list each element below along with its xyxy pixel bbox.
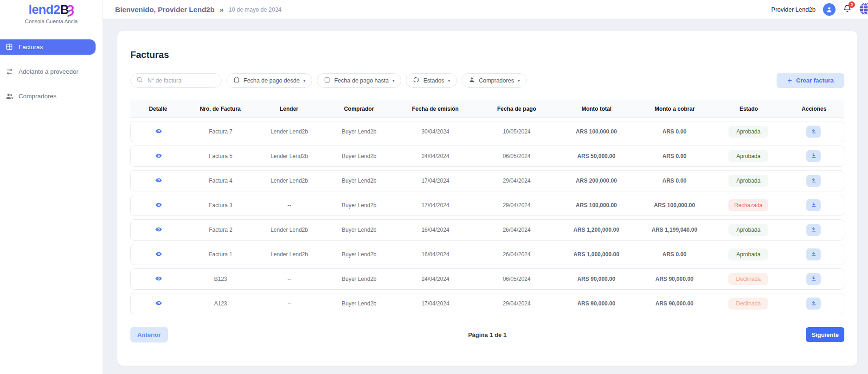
eye-icon	[155, 177, 162, 185]
date-to-filter[interactable]: Fecha de pago hasta ▾	[317, 73, 401, 88]
buyer-name: Buyer Lend2b	[324, 227, 395, 233]
person-icon	[469, 76, 475, 84]
download-icon	[810, 251, 817, 259]
payment-date: 29/04/2024	[476, 177, 557, 184]
calendar-icon	[233, 76, 240, 84]
download-button[interactable]	[806, 150, 821, 162]
payment-date: 06/05/2024	[476, 153, 557, 159]
invoice-number: Factura 3	[186, 202, 255, 209]
view-detail-button[interactable]	[154, 224, 164, 236]
page-status: Página 1 de 1	[130, 331, 844, 338]
chevron-down-icon: ▾	[392, 78, 395, 83]
view-detail-button[interactable]	[154, 298, 164, 310]
download-button[interactable]	[806, 175, 821, 187]
sidebar: lend2BȜ Consola Cuenta Ancla Facturas Ad…	[0, 0, 103, 374]
welcome-title: Bienvenido, Provider Lend2b	[115, 6, 214, 14]
topbar-actions: Provider Lend2b 2	[772, 2, 868, 17]
buyer-name: Buyer Lend2b	[324, 128, 395, 135]
sidebar-item-label: Compradores	[19, 93, 57, 100]
buyers-filter[interactable]: Compradores ▾	[462, 73, 527, 88]
col-header-fecha-emision: Fecha de emisión	[394, 106, 476, 112]
download-icon	[810, 202, 817, 209]
create-invoice-button[interactable]: + Crear factura	[777, 73, 844, 88]
lender-name: Lender Lend2b	[255, 153, 324, 159]
notifications-button[interactable]: 2	[843, 4, 852, 15]
table-row: Factura 2 Lender Lend2b Buyer Lend2b 16/…	[130, 219, 844, 241]
facturas-card: Facturas Fecha de pago desde ▾	[117, 31, 857, 366]
total-amount: ARS 200,000.00	[557, 177, 636, 184]
states-label: Estados	[423, 77, 444, 84]
language-globe-button[interactable]	[859, 2, 868, 17]
view-detail-button[interactable]	[154, 273, 164, 285]
view-detail-button[interactable]	[154, 151, 164, 162]
col-header-comprador: Comprador	[323, 106, 394, 112]
states-filter[interactable]: Estados ▾	[406, 73, 457, 88]
filter-row: Fecha de pago desde ▾ Fecha de pago hast…	[130, 73, 844, 88]
page-title: Facturas	[130, 50, 844, 60]
sidebar-item-adelanto[interactable]: Adelanto a proveedor	[0, 64, 103, 79]
brand-tagline: Consola Cuenta Ancla	[0, 19, 103, 24]
download-button[interactable]	[806, 199, 821, 211]
status-badge: Aprobada	[728, 224, 768, 236]
search-icon	[136, 76, 143, 85]
current-date: 10 de mayo de 2024	[229, 6, 282, 13]
buyer-name: Buyer Lend2b	[324, 276, 395, 282]
download-button[interactable]	[806, 126, 821, 138]
lender-name: Lender Lend2b	[255, 128, 324, 135]
chevron-down-icon: ▾	[448, 78, 450, 83]
sidebar-item-label: Adelanto a proveedor	[19, 68, 78, 75]
main-area: Bienvenido, Provider Lend2b » 10 de mayo…	[103, 0, 868, 374]
brand-logo: lend2BȜ Consola Cuenta Ancla	[0, 0, 103, 24]
view-detail-button[interactable]	[154, 126, 164, 138]
download-button[interactable]	[806, 273, 821, 285]
issue-date: 17/04/2024	[395, 300, 476, 307]
lender-name: Lender Lend2b	[255, 177, 324, 184]
sidebar-item-facturas[interactable]: Facturas	[0, 39, 96, 55]
total-amount: ARS 1,200,000.00	[557, 227, 636, 233]
invoice-number: B123	[186, 276, 255, 282]
view-detail-button[interactable]	[154, 175, 164, 187]
next-page-button[interactable]: Siguiente	[806, 327, 844, 342]
payment-date: 06/05/2024	[476, 276, 557, 282]
status-badge: Aprobada	[728, 248, 768, 260]
lender-name: --	[255, 300, 324, 307]
col-header-lender: Lender	[255, 106, 323, 112]
date-from-filter[interactable]: Fecha de pago desde ▾	[226, 73, 312, 88]
download-button[interactable]	[806, 224, 821, 236]
view-detail-button[interactable]	[154, 249, 164, 260]
buyer-name: Buyer Lend2b	[324, 251, 395, 258]
receivable-amount: ARS 1,199,040.00	[636, 227, 714, 233]
download-icon	[810, 275, 817, 283]
download-button[interactable]	[806, 298, 821, 310]
download-button[interactable]	[806, 248, 821, 260]
sidebar-item-label: Facturas	[19, 44, 43, 51]
table-row: Factura 4 Lender Lend2b Buyer Lend2b 17/…	[130, 170, 844, 191]
avatar[interactable]	[823, 3, 836, 16]
download-icon	[810, 226, 817, 234]
sidebar-item-compradores[interactable]: Compradores	[0, 89, 103, 104]
col-header-acciones: Acciones	[784, 106, 844, 112]
previous-page-button[interactable]: Anterior	[130, 327, 168, 342]
search-input[interactable]	[147, 77, 216, 84]
create-invoice-label: Crear factura	[796, 77, 834, 84]
receivable-amount: ARS 0.00	[636, 128, 714, 135]
buyer-name: Buyer Lend2b	[324, 153, 395, 159]
lender-name: Lender Lend2b	[255, 227, 324, 233]
col-header-nro-factura: Nro. de Factura	[186, 106, 255, 112]
total-amount: ARS 1,000,000.00	[557, 251, 636, 258]
view-detail-button[interactable]	[154, 200, 164, 211]
payment-date: 29/04/2024	[476, 300, 557, 307]
receivable-amount: ARS 90,000.00	[636, 300, 714, 307]
invoice-search[interactable]	[130, 73, 222, 88]
invoice-number: Factura 5	[186, 153, 255, 159]
status-badge: Aprobada	[728, 175, 768, 187]
col-header-estado: Estado	[714, 106, 784, 112]
download-icon	[810, 152, 817, 160]
eye-icon	[155, 275, 162, 284]
breadcrumb: Bienvenido, Provider Lend2b » 10 de mayo…	[115, 6, 282, 14]
eye-icon	[155, 299, 162, 308]
eye-icon	[155, 127, 162, 136]
buyers-label: Compradores	[479, 77, 514, 84]
issue-date: 16/04/2024	[395, 227, 476, 233]
sidebar-nav: Facturas Adelanto a proveedor Compradore…	[0, 39, 103, 104]
